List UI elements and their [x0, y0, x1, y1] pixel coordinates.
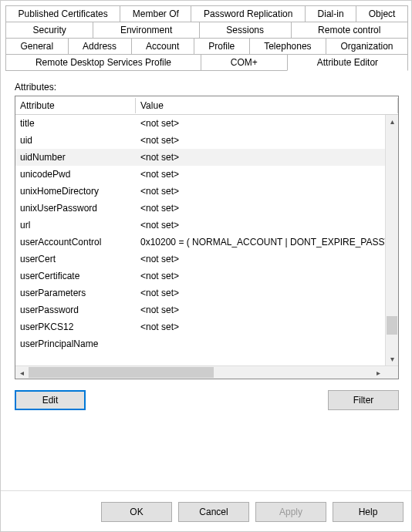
properties-dialog: Published CertificatesMember OfPassword … [1, 1, 412, 532]
table-row[interactable]: userPKCS12<not set> [15, 318, 385, 335]
table-row[interactable]: userPrincipalName [15, 335, 385, 352]
ok-button[interactable]: OK [101, 502, 172, 522]
vertical-scroll-thumb[interactable] [387, 316, 397, 335]
attribute-name-cell: userCert [15, 254, 136, 264]
tab-organization[interactable]: Organization [326, 38, 408, 54]
tab-address[interactable]: Address [68, 38, 132, 54]
attribute-value-cell: <not set> [136, 322, 385, 332]
tab-security[interactable]: Security [5, 22, 93, 38]
tab-attribute-editor[interactable]: Attribute Editor [287, 54, 408, 71]
tab-remote-desktop-services-profile[interactable]: Remote Desktop Services Profile [5, 54, 201, 71]
attribute-value-cell: 0x10200 = ( NORMAL_ACCOUNT | DONT_EXPIRE… [136, 237, 385, 247]
tab-telephones[interactable]: Telephones [249, 38, 326, 54]
tab-strip: Published CertificatesMember OfPassword … [1, 1, 412, 71]
tab-member-of[interactable]: Member Of [120, 5, 191, 22]
attribute-value-cell: <not set> [136, 169, 385, 180]
attribute-value-cell: <not set> [136, 220, 385, 231]
apply-button[interactable]: Apply [255, 502, 326, 522]
table-row[interactable]: userAccountControl0x10200 = ( NORMAL_ACC… [15, 234, 385, 251]
table-row[interactable]: userPassword<not set> [15, 301, 385, 318]
table-row[interactable]: uidNumber<not set> [15, 149, 385, 166]
attribute-name-cell: unixUserPassword [15, 203, 136, 214]
dialog-footer: OK Cancel Apply Help [1, 490, 412, 532]
tab-general[interactable]: General [5, 38, 69, 54]
table-row[interactable]: userCertificate<not set> [15, 268, 385, 285]
column-header-value[interactable]: Value [136, 98, 398, 113]
tab-object[interactable]: Object [356, 5, 408, 22]
attribute-name-cell: unixHomeDirectory [15, 186, 136, 197]
column-header-attribute[interactable]: Attribute [15, 98, 136, 113]
attribute-value-cell: <not set> [136, 118, 385, 129]
horizontal-scroll-thumb[interactable] [29, 367, 214, 378]
attribute-name-cell: uidNumber [15, 152, 136, 163]
tab-content: Attributes: Attribute Value title<not se… [1, 71, 412, 490]
attribute-name-cell: unicodePwd [15, 169, 136, 180]
table-row[interactable]: userParameters<not set> [15, 285, 385, 301]
tab-account[interactable]: Account [131, 38, 194, 54]
tab-com-[interactable]: COM+ [201, 54, 288, 71]
tab-dial-in[interactable]: Dial-in [305, 5, 356, 22]
attribute-value-cell: <not set> [136, 288, 385, 298]
table-row[interactable]: unixUserPassword<not set> [15, 200, 385, 217]
attribute-value-cell: <not set> [136, 254, 385, 264]
tab-profile[interactable]: Profile [194, 38, 250, 54]
scroll-up-arrow-icon[interactable]: ▴ [386, 115, 398, 128]
table-row[interactable]: unicodePwd<not set> [15, 166, 385, 183]
attribute-name-cell: userCertificate [15, 271, 136, 281]
edit-button[interactable]: Edit [15, 390, 86, 410]
scrollbar-corner [385, 366, 398, 379]
attribute-value-cell: <not set> [136, 271, 385, 281]
table-row[interactable]: uid<not set> [15, 132, 385, 149]
scroll-left-arrow-icon[interactable]: ◂ [15, 366, 29, 379]
attribute-name-cell: url [15, 220, 136, 231]
cancel-button[interactable]: Cancel [178, 502, 249, 522]
vertical-scrollbar[interactable]: ▴ ▾ [385, 115, 398, 365]
attribute-value-cell: <not set> [136, 305, 385, 315]
table-row[interactable]: title<not set> [15, 115, 385, 132]
table-row[interactable]: url<not set> [15, 217, 385, 234]
tab-sessions[interactable]: Sessions [199, 22, 292, 38]
tab-published-certificates[interactable]: Published Certificates [5, 5, 120, 22]
attribute-value-cell: <not set> [136, 152, 385, 163]
horizontal-scrollbar[interactable]: ◂ ▸ [15, 365, 398, 379]
listview-header: Attribute Value [15, 96, 398, 115]
attribute-name-cell: userPKCS12 [15, 322, 136, 332]
attribute-name-cell: userPrincipalName [15, 338, 136, 349]
attribute-value-cell: <not set> [136, 203, 385, 214]
attribute-value-cell: <not set> [136, 186, 385, 197]
attribute-name-cell: userPassword [15, 305, 136, 315]
scroll-down-arrow-icon[interactable]: ▾ [386, 352, 398, 365]
listview-body[interactable]: title<not set>uid<not set>uidNumber<not … [15, 115, 385, 365]
attribute-value-cell: <not set> [136, 135, 385, 146]
help-button[interactable]: Help [333, 502, 404, 522]
tab-remote-control[interactable]: Remote control [291, 22, 408, 38]
tab-environment[interactable]: Environment [93, 22, 199, 38]
attribute-name-cell: userParameters [15, 288, 136, 298]
attribute-name-cell: userAccountControl [15, 237, 136, 247]
table-row[interactable]: userCert<not set> [15, 251, 385, 268]
attribute-name-cell: title [15, 118, 136, 129]
filter-button[interactable]: Filter [328, 390, 399, 410]
attribute-name-cell: uid [15, 135, 136, 146]
attributes-label: Attributes: [15, 82, 399, 93]
tab-password-replication[interactable]: Password Replication [191, 5, 306, 22]
scroll-right-arrow-icon[interactable]: ▸ [372, 366, 385, 379]
table-row[interactable]: unixHomeDirectory<not set> [15, 183, 385, 200]
attributes-listview[interactable]: Attribute Value title<not set>uid<not se… [15, 96, 399, 379]
